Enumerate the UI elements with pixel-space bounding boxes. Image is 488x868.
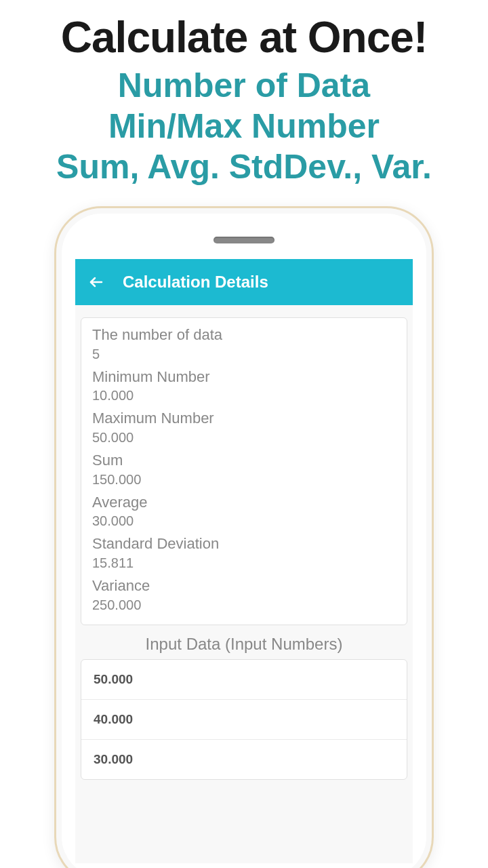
stat-maximum: Maximum Number 50.000 bbox=[92, 408, 396, 446]
stats-card: The number of data 5 Minimum Number 10.0… bbox=[81, 317, 407, 625]
stat-minimum: Minimum Number 10.000 bbox=[92, 367, 396, 405]
content-area: The number of data 5 Minimum Number 10.0… bbox=[75, 305, 413, 780]
promo-subtitle: Number of Data Min/Max Number Sum, Avg. … bbox=[0, 62, 488, 187]
stat-value: 5 bbox=[92, 345, 396, 363]
app-bar-title: Calculation Details bbox=[123, 273, 268, 292]
promo-title: Calculate at Once! bbox=[0, 0, 488, 62]
promo-line-2: Min/Max Number bbox=[7, 106, 481, 146]
stat-label: The number of data bbox=[92, 325, 396, 345]
stat-label: Average bbox=[92, 492, 396, 513]
stat-number-of-data: The number of data 5 bbox=[92, 325, 396, 363]
promo-line-1: Number of Data bbox=[7, 65, 481, 106]
stat-value: 30.000 bbox=[92, 512, 396, 530]
phone-screen: Calculation Details The number of data 5… bbox=[75, 259, 413, 863]
stat-label: Maximum Number bbox=[92, 408, 396, 429]
stat-value: 250.000 bbox=[92, 596, 396, 614]
stat-value: 150.000 bbox=[92, 471, 396, 488]
app-bar: Calculation Details bbox=[75, 259, 413, 305]
input-section-title: Input Data (Input Numbers) bbox=[75, 625, 413, 659]
stat-label: Minimum Number bbox=[92, 367, 396, 387]
promo-line-3: Sum, Avg. StdDev., Var. bbox=[7, 146, 481, 187]
stat-std-dev: Standard Deviation 15.811 bbox=[92, 534, 396, 572]
input-row[interactable]: 40.000 bbox=[81, 700, 407, 740]
stat-value: 15.811 bbox=[92, 554, 396, 572]
back-icon[interactable] bbox=[87, 273, 105, 291]
stat-value: 10.000 bbox=[92, 387, 396, 404]
phone-frame: Calculation Details The number of data 5… bbox=[54, 206, 434, 868]
stat-label: Standard Deviation bbox=[92, 534, 396, 554]
stat-label: Sum bbox=[92, 450, 396, 471]
stat-average: Average 30.000 bbox=[92, 492, 396, 530]
stat-value: 50.000 bbox=[92, 429, 396, 446]
phone-mockup: Calculation Details The number of data 5… bbox=[0, 206, 488, 868]
input-row[interactable]: 30.000 bbox=[81, 740, 407, 779]
phone-speaker bbox=[214, 237, 274, 243]
input-data-card: 50.000 40.000 30.000 bbox=[81, 659, 407, 780]
stat-sum: Sum 150.000 bbox=[92, 450, 396, 488]
stat-label: Variance bbox=[92, 576, 396, 596]
input-row[interactable]: 50.000 bbox=[81, 660, 407, 700]
stat-variance: Variance 250.000 bbox=[92, 576, 396, 614]
